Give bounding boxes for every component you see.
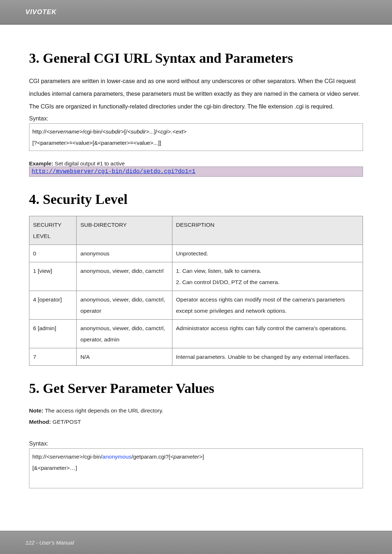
method-bold: Method: xyxy=(29,419,51,425)
section-3-paragraph: CGI parameters are written in lower-case… xyxy=(29,75,363,113)
syntax-box-2: http://<servername>/cgi-bin/anonymous/ge… xyxy=(29,448,363,488)
syntax-var: <cgi> xyxy=(157,128,171,135)
example-bold: Example: xyxy=(29,160,53,167)
table-row: 4 [operator] anonymous, viewer, dido, ca… xyxy=(29,291,363,319)
table-row: 0 anonymous Unprotected. xyxy=(29,245,363,262)
cell-subdir: N/A xyxy=(77,348,172,365)
cell-desc: Administrator access rights can fully co… xyxy=(172,319,363,348)
cell-subdir: anonymous, viewer, dido, camctrl xyxy=(77,262,172,291)
syntax-anonymous: anonymous xyxy=(102,454,131,460)
syntax-text: /getparam.cgi?[ xyxy=(131,454,170,460)
header-bar: VIVOTEK xyxy=(0,0,392,25)
page: VIVOTEK 3. General CGI URL Syntax and Pa… xyxy=(0,0,392,554)
section-3-title: 3. General CGI URL Syntax and Parameters xyxy=(29,50,363,66)
cell-desc: Unprotected. xyxy=(172,245,363,262)
syntax-text: ...]/ xyxy=(149,128,157,135)
syntax-var: <subdir> xyxy=(102,128,124,135)
table-row: 6 [admin] anonymous, viewer, dido, camct… xyxy=(29,319,363,348)
syntax2-line-1: http://<servername>/cgi-bin/anonymous/ge… xyxy=(32,451,360,462)
table-header-row: SECURITY LEVEL SUB-DIRECTORY DESCRIPTION xyxy=(29,216,363,245)
syntax-var: <servername> xyxy=(46,128,83,135)
syntax-label: Syntax: xyxy=(29,115,363,122)
syntax-line-2: [?<parameter>=<value>[&<parameter>=<valu… xyxy=(32,137,360,148)
th-security-level: SECURITY LEVEL xyxy=(29,216,77,245)
note-line: Note: The access right depends on the UR… xyxy=(29,405,363,416)
cell-desc: Internal parameters. Unable to be change… xyxy=(172,348,363,365)
syntax-text: /cgi-bin/ xyxy=(83,454,102,460)
syntax-var: <subdir> xyxy=(127,128,149,135)
syntax-var: <ext> xyxy=(172,128,187,135)
cell-desc: 1. Can view, listen, talk to camera. 2. … xyxy=(172,262,363,291)
cell-subdir: anonymous xyxy=(77,245,172,262)
footer-bar: 122 - User's Manual xyxy=(0,531,392,554)
cell-level: 6 [admin] xyxy=(29,319,77,348)
th-description: DESCRIPTION xyxy=(172,216,363,245)
example-rest: Set digital output #1 to active xyxy=(53,160,125,167)
cell-level: 4 [operator] xyxy=(29,291,77,319)
cell-subdir: anonymous, viewer, dido, camctrl, operat… xyxy=(77,291,172,319)
section-5-title: 5. Get Server Parameter Values xyxy=(29,380,363,396)
note-rest: The access right depends on the URL dire… xyxy=(44,407,164,414)
cell-level: 1 [view] xyxy=(29,262,77,291)
table-row: 1 [view] anonymous, viewer, dido, camctr… xyxy=(29,262,363,291)
brand-logo: VIVOTEK xyxy=(25,8,57,16)
section-5-notes: Note: The access right depends on the UR… xyxy=(29,405,363,427)
syntax-text: ] xyxy=(203,454,204,460)
syntax-box: http://<servername>/cgi-bin/<subdir>[/<s… xyxy=(29,123,363,151)
cell-level: 0 xyxy=(29,245,77,262)
syntax-text: http:// xyxy=(32,454,46,460)
cell-level: 7 xyxy=(29,348,77,365)
syntax-var: <servername> xyxy=(46,454,83,460)
syntax-var: <parameter> xyxy=(170,454,203,460)
content-area: 3. General CGI URL Syntax and Parameters… xyxy=(0,25,392,503)
example-url-box: http://mywebserver/cgi-bin/dido/setdo.cg… xyxy=(29,167,363,177)
table-row: 7 N/A Internal parameters. Unable to be … xyxy=(29,348,363,365)
method-rest: GET/POST xyxy=(51,419,81,425)
note-bold: Note: xyxy=(29,407,44,414)
syntax-label-2: Syntax: xyxy=(29,440,363,447)
example-label: Example: Set digital output #1 to active xyxy=(29,160,363,167)
syntax-text: http:// xyxy=(32,128,46,135)
method-line: Method: GET/POST xyxy=(29,416,363,427)
syntax-text: [/ xyxy=(124,128,127,135)
cell-desc: Operator access rights can modify most o… xyxy=(172,291,363,319)
th-sub-directory: SUB-DIRECTORY xyxy=(77,216,172,245)
footer-text: 122 - User's Manual xyxy=(25,539,74,546)
syntax2-line-2: [&<parameter>…] xyxy=(32,462,360,473)
syntax-text: /cgi-bin/ xyxy=(83,128,102,135)
section-4-title: 4. Security Level xyxy=(29,191,363,207)
cell-subdir: anonymous, viewer, dido, camctrl, operat… xyxy=(77,319,172,348)
syntax-line-1: http://<servername>/cgi-bin/<subdir>[/<s… xyxy=(32,126,360,137)
example-url-link[interactable]: http://mywebserver/cgi-bin/dido/setdo.cg… xyxy=(32,168,195,175)
security-level-table: SECURITY LEVEL SUB-DIRECTORY DESCRIPTION… xyxy=(29,216,363,366)
